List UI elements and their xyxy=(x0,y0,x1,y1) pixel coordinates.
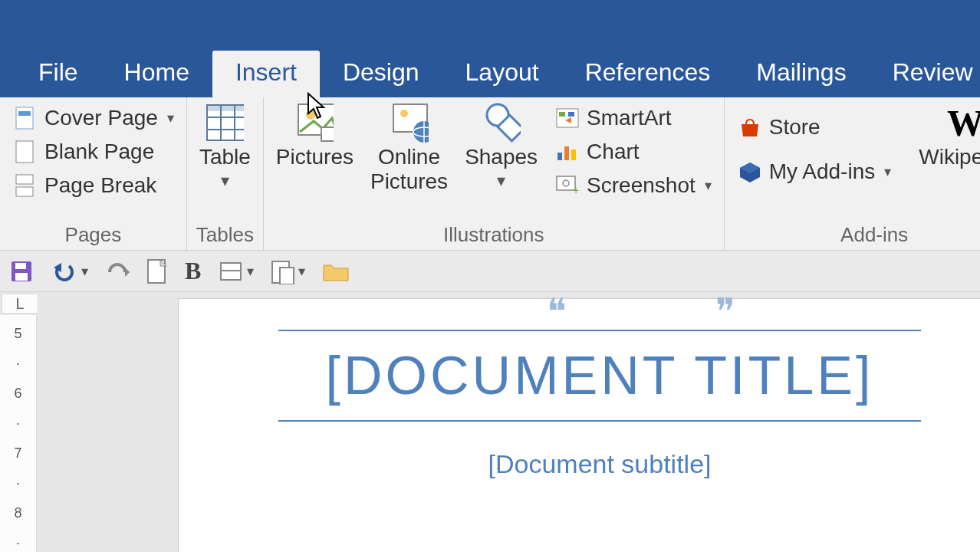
cover-page-icon xyxy=(12,105,38,131)
pictures-label: Pictures xyxy=(276,145,354,169)
blank-page-button[interactable]: Blank Page xyxy=(8,136,179,168)
svg-rect-22 xyxy=(557,109,578,127)
ruler-mark: · xyxy=(16,356,20,372)
my-addins-button[interactable]: My Add-ins ▾ xyxy=(732,156,896,188)
screenshot-button[interactable]: + Screenshot ▾ xyxy=(550,169,716,202)
undo-button[interactable]: ▾ xyxy=(51,260,88,283)
secondary-toolbar: ▾ B ▾ ▾ xyxy=(0,251,980,292)
ruler-mark: · xyxy=(16,416,20,432)
blank-page-label: Blank Page xyxy=(44,140,154,164)
svg-rect-26 xyxy=(557,153,562,160)
smartart-button[interactable]: SmartArt xyxy=(550,102,716,134)
svg-rect-24 xyxy=(568,112,574,117)
paste-button[interactable]: ▾ xyxy=(271,258,305,284)
wikipedia-label: Wikipedia xyxy=(919,145,980,169)
chart-label: Chart xyxy=(587,140,639,164)
svg-rect-4 xyxy=(16,175,33,184)
dropdown-caret-icon: ▾ xyxy=(221,171,229,191)
tab-file[interactable]: File xyxy=(15,51,101,97)
svg-rect-27 xyxy=(564,146,569,160)
tab-mailings[interactable]: Mailings xyxy=(733,51,869,97)
smartart-label: SmartArt xyxy=(587,106,671,130)
wikipedia-button[interactable]: W Wikipedia xyxy=(914,102,980,171)
ruler-mark: 5 xyxy=(14,326,21,342)
addins-icon xyxy=(737,159,763,185)
svg-rect-36 xyxy=(15,273,28,281)
ruler-mark: · xyxy=(16,475,20,491)
svg-rect-28 xyxy=(571,150,576,160)
blank-page-icon xyxy=(12,139,38,165)
svg-point-13 xyxy=(306,110,315,120)
chart-button[interactable]: Chart xyxy=(550,136,716,168)
wikipedia-icon: W xyxy=(946,104,980,142)
dropdown-caret-icon: ▾ xyxy=(167,110,174,127)
dropdown-caret-icon: ▾ xyxy=(884,163,891,180)
svg-text:+: + xyxy=(573,184,579,196)
print-layout-button[interactable]: ▾ xyxy=(218,260,254,283)
bold-button[interactable]: B xyxy=(185,257,201,285)
svg-rect-11 xyxy=(207,105,244,111)
cover-page-button[interactable]: Cover Page ▾ xyxy=(8,102,179,134)
open-folder-button[interactable] xyxy=(322,261,350,282)
svg-rect-2 xyxy=(18,111,31,116)
tab-home[interactable]: Home xyxy=(101,51,212,97)
pictures-button[interactable]: Pictures xyxy=(271,102,358,171)
quote-mark-icon: ❝ xyxy=(547,292,567,333)
quote-mark-icon: ❞ xyxy=(715,292,735,333)
chart-icon xyxy=(554,139,580,165)
svg-rect-1 xyxy=(16,107,33,129)
group-pages: Cover Page ▾ Blank Page Page Break Page xyxy=(0,97,187,250)
document-page[interactable]: ❝ ❞ [DOCUMENT TITLE] [Document subtitle] xyxy=(178,298,980,552)
group-tables-label: Tables xyxy=(195,220,255,247)
tab-insert[interactable]: Insert xyxy=(212,51,320,97)
svg-point-16 xyxy=(400,110,408,117)
tab-review[interactable]: Review xyxy=(870,51,980,97)
table-label: Table xyxy=(199,145,251,169)
screenshot-icon: + xyxy=(554,172,580,199)
group-addins: Store My Add-ins ▾ W Wikipedia Add-ins xyxy=(725,97,980,250)
document-title-placeholder[interactable]: [DOCUMENT TITLE] xyxy=(278,330,921,422)
svg-rect-14 xyxy=(321,127,334,141)
tab-references[interactable]: References xyxy=(562,51,734,97)
workspace: L 5 · 6 · 7 · 8 · 9 ❝ ❞ [DOCUMENT TITLE]… xyxy=(0,292,980,552)
svg-marker-38 xyxy=(125,268,130,277)
svg-rect-44 xyxy=(280,268,294,284)
page-break-button[interactable]: Page Break xyxy=(8,169,179,202)
store-button[interactable]: Store xyxy=(732,111,896,143)
store-label: Store xyxy=(769,115,821,140)
cover-page-label: Cover Page xyxy=(44,106,158,130)
vertical-ruler[interactable]: 5 · 6 · 7 · 8 · 9 xyxy=(0,315,37,552)
group-tables: Table ▾ Tables xyxy=(187,97,264,250)
svg-rect-35 xyxy=(15,263,26,269)
dropdown-caret-icon: ▾ xyxy=(81,263,88,280)
titlebar xyxy=(0,0,980,25)
my-addins-label: My Add-ins xyxy=(769,159,876,184)
page-area[interactable]: ❝ ❞ [DOCUMENT TITLE] [Document subtitle] xyxy=(40,292,980,552)
redo-button[interactable] xyxy=(105,260,130,283)
dropdown-caret-icon: ▾ xyxy=(497,171,505,191)
ruler-mark: · xyxy=(16,535,20,551)
smartart-icon xyxy=(554,105,580,131)
screenshot-label: Screenshot xyxy=(587,173,696,198)
shapes-button[interactable]: Shapes ▾ xyxy=(460,102,542,192)
tab-design[interactable]: Design xyxy=(320,51,442,97)
svg-rect-3 xyxy=(16,141,33,163)
new-document-button[interactable] xyxy=(146,258,168,284)
online-pictures-label: Online Pictures xyxy=(370,145,448,194)
group-addins-label: Add-ins xyxy=(732,220,980,247)
group-illustrations: Pictures Online Pictures Shapes ▾ xyxy=(264,97,725,250)
table-icon xyxy=(206,104,244,142)
svg-rect-23 xyxy=(559,112,565,117)
ribbon-tabstrip: File Home Insert Design Layout Reference… xyxy=(0,25,980,97)
online-pictures-button[interactable]: Online Pictures xyxy=(366,102,452,196)
page-break-label: Page Break xyxy=(44,173,156,198)
ribbon: Cover Page ▾ Blank Page Page Break Page xyxy=(0,97,980,251)
dropdown-caret-icon: ▾ xyxy=(705,177,712,194)
table-button[interactable]: Table ▾ xyxy=(195,102,255,192)
ruler-corner[interactable]: L xyxy=(2,294,38,314)
tab-layout[interactable]: Layout xyxy=(442,51,562,97)
save-button[interactable] xyxy=(9,259,34,284)
ruler-mark: 6 xyxy=(14,386,21,402)
group-pages-label: Pages xyxy=(8,220,179,247)
document-subtitle-placeholder[interactable]: [Document subtitle] xyxy=(278,449,921,479)
